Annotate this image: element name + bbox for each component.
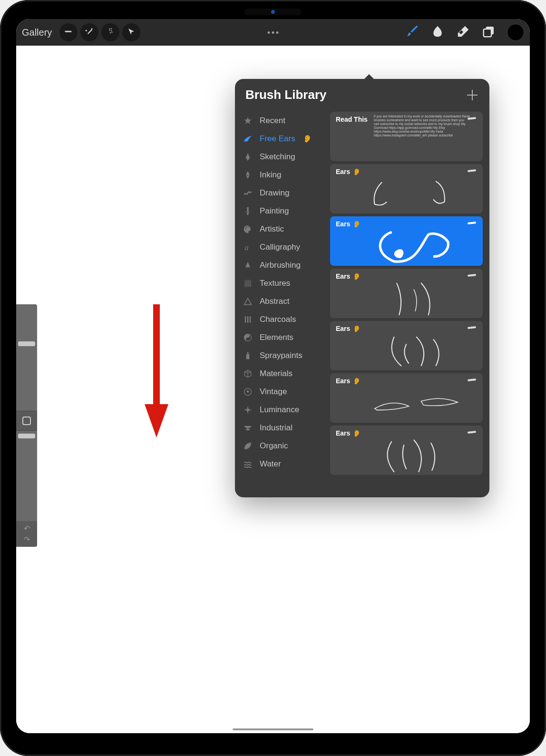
brush-size-slider[interactable] <box>16 304 37 349</box>
cursor-arrow-icon <box>127 27 136 38</box>
smudge-tool-button[interactable] <box>430 25 445 40</box>
category-airbrushing[interactable]: Airbrushing <box>235 256 330 274</box>
ipad-camera-notch <box>244 9 302 15</box>
add-brush-button[interactable] <box>466 88 479 102</box>
squiggle-icon <box>243 188 253 198</box>
ear-emoji: 👂 <box>353 378 361 385</box>
opacity-slider-upper[interactable] <box>16 349 37 411</box>
popover-header: Brush Library <box>235 79 489 109</box>
category-label: Spraypaints <box>260 351 302 360</box>
ear-emoji: 👂 <box>353 430 361 437</box>
slider-thumb[interactable] <box>18 341 35 346</box>
brush-name: Ears👂 <box>336 272 477 280</box>
undo-icon[interactable]: ↶ <box>24 524 30 533</box>
yinyang-icon <box>243 332 253 343</box>
brush-tool-button[interactable] <box>404 25 419 40</box>
category-label: Abstract <box>260 297 289 306</box>
category-spraypaints[interactable]: Spraypaints <box>235 347 330 365</box>
opacity-slider-lower[interactable] <box>16 431 37 521</box>
actions-button[interactable] <box>59 23 78 41</box>
home-indicator[interactable] <box>233 728 313 730</box>
category-label: Organic <box>260 441 288 451</box>
category-materials[interactable]: Materials <box>235 365 330 383</box>
category-drawing[interactable]: Drawing <box>235 184 330 202</box>
category-inking[interactable]: Inking <box>235 166 330 184</box>
category-label: Drawing <box>260 188 289 198</box>
category-label: Recent <box>260 116 285 126</box>
brush-icon <box>405 24 419 40</box>
category-label: Painting <box>260 206 289 216</box>
redo-icon[interactable]: ↷ <box>24 535 30 544</box>
category-industrial[interactable]: Industrial <box>235 419 330 437</box>
category-calligraphy[interactable]: a Calligraphy <box>235 238 330 256</box>
category-label: Sketching <box>260 152 295 162</box>
category-recent[interactable]: Recent <box>235 112 330 130</box>
brush-name: Ears👂 <box>336 429 477 437</box>
category-label: Water <box>260 459 281 469</box>
lines-icon <box>243 314 253 325</box>
brush-list[interactable]: Read This if you are interested in my wo… <box>330 109 489 497</box>
popover-arrow <box>362 74 376 81</box>
category-sketching[interactable]: Sketching <box>235 148 330 166</box>
category-label: Textures <box>260 279 290 288</box>
category-textures[interactable]: Textures <box>235 274 330 292</box>
category-elements[interactable]: Elements <box>235 329 330 347</box>
brush-preview <box>334 177 479 212</box>
toolbar-left-group: Gallery <box>22 23 140 41</box>
layers-button[interactable] <box>481 25 497 40</box>
category-artistic[interactable]: Artistic <box>235 220 330 238</box>
svg-text:a: a <box>244 243 248 252</box>
brush-card[interactable]: Ears👂 <box>330 269 483 318</box>
texture-icon <box>243 278 253 289</box>
category-label: Charcoals <box>260 315 296 324</box>
gallery-button[interactable]: Gallery <box>22 27 52 38</box>
brush-preview <box>334 387 479 421</box>
adjustments-button[interactable] <box>80 23 98 41</box>
ellipsis-icon[interactable] <box>268 31 279 34</box>
slider-thumb[interactable] <box>18 434 35 438</box>
category-label: Elements <box>260 333 293 342</box>
category-vintage[interactable]: Vintage <box>235 383 330 401</box>
category-free-ears[interactable]: Free Ears 👂 <box>235 130 330 148</box>
layers-icon <box>482 24 496 40</box>
waves-icon <box>243 459 253 469</box>
brush-category-list[interactable]: Recent Free Ears 👂 Sketching Inking Draw… <box>235 109 330 497</box>
ear-emoji: 👂 <box>353 168 361 175</box>
ear-emoji: 👂 <box>353 325 361 332</box>
brush-name: Ears👂 <box>336 325 477 332</box>
category-abstract[interactable]: Abstract <box>235 292 330 310</box>
eraser-tool-button[interactable] <box>456 25 471 40</box>
category-label: Inking <box>260 170 281 180</box>
brush-card[interactable]: Ears👂 <box>330 426 483 475</box>
popover-body: Recent Free Ears 👂 Sketching Inking Draw… <box>235 109 489 497</box>
brush-name: Ears👂 <box>336 220 477 228</box>
brush-card[interactable]: Ears👂 <box>330 164 483 213</box>
category-water[interactable]: Water <box>235 455 330 473</box>
svg-rect-1 <box>484 29 491 37</box>
category-charcoals[interactable]: Charcoals <box>235 310 330 329</box>
modify-button[interactable] <box>16 411 37 431</box>
spraycan-icon <box>243 350 253 361</box>
eraser-icon <box>456 24 470 40</box>
brush-name: Ears👂 <box>336 377 477 385</box>
category-label: Airbrushing <box>260 261 301 270</box>
brush-card[interactable]: Ears👂 <box>330 373 483 423</box>
brushstroke-icon <box>243 134 253 144</box>
brush-preview <box>334 282 479 316</box>
star-icon <box>243 116 253 126</box>
category-painting[interactable]: Painting <box>235 202 330 220</box>
brush-card[interactable]: Ears👂 <box>330 216 483 266</box>
ear-emoji: 👂 <box>353 221 361 228</box>
screen: Gallery <box>16 19 530 733</box>
color-picker-button[interactable] <box>507 24 524 41</box>
brush-card[interactable]: Read This if you are interested in my wo… <box>330 112 483 161</box>
svg-rect-5 <box>247 352 248 354</box>
category-label: Artistic <box>260 224 284 234</box>
selection-button[interactable] <box>101 23 119 41</box>
category-organic[interactable]: Organic <box>235 437 330 455</box>
ipad-frame: Gallery <box>0 0 546 756</box>
paintbrush-icon <box>243 206 253 216</box>
category-luminance[interactable]: Luminance <box>235 401 330 419</box>
brush-card[interactable]: Ears👂 <box>330 321 483 370</box>
transform-button[interactable] <box>122 23 140 41</box>
